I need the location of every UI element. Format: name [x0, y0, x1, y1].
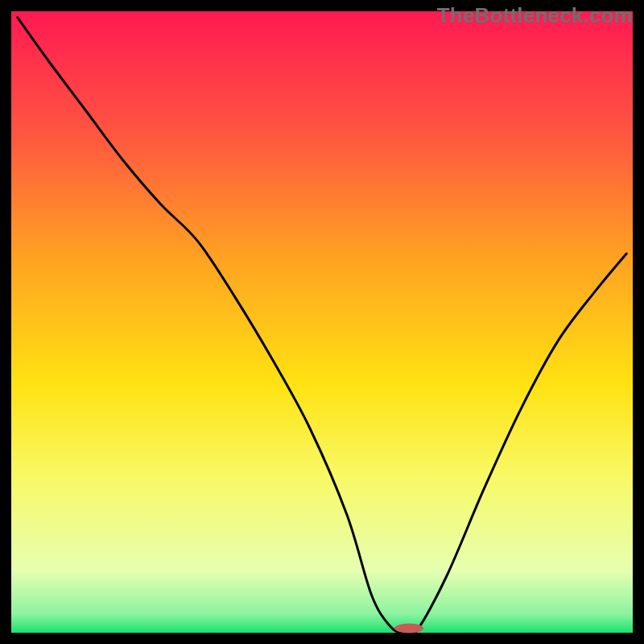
chart-root: TheBottleneck.com — [0, 0, 644, 644]
chart-canvas — [0, 0, 644, 644]
plot-area — [11, 11, 633, 633]
optimal-point — [394, 624, 423, 634]
watermark: TheBottleneck.com — [437, 3, 633, 28]
